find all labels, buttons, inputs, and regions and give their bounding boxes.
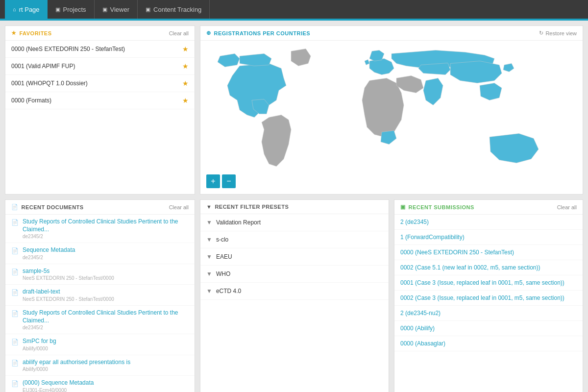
- map-header: ⊕ REGISTRATIONS PER COUNTRIES ↻ Restore …: [200, 26, 583, 41]
- doc-file-icon: 📄: [11, 219, 19, 226]
- favorite-star-icon: ★: [182, 62, 189, 70]
- list-item[interactable]: 0000 (NeeS EXTEDORIN 250 - StefanTest): [394, 245, 583, 260]
- submissions-header: ▣ RECENT SUBMISSIONS Clear all: [394, 200, 583, 215]
- favorites-list: 0000 (NeeS EXTEDORIN 250 - StefanTest) ★…: [5, 41, 195, 194]
- submissions-icon: ▣: [400, 204, 406, 210]
- list-item[interactable]: ▼ EAEU: [200, 248, 389, 266]
- map-panel: ⊕ REGISTRATIONS PER COUNTRIES ↻ Restore …: [200, 25, 583, 195]
- filter-list: ▼ Validation Report ▼ s-clo ▼ EAEU ▼ WHO…: [200, 214, 389, 392]
- doc-file-icon: 📄: [11, 360, 19, 367]
- list-item[interactable]: 0001 (Valid APIMF FUP) ★: [5, 58, 195, 75]
- list-item[interactable]: 0001 (WHOPQT 1.0 Dossier) ★: [5, 75, 195, 92]
- list-item[interactable]: ▼ eCTD 4.0: [200, 283, 389, 300]
- star-icon: ★: [11, 30, 17, 36]
- submission-list: 2 (de2345) 1 (ForwardCompatibility) 0000…: [394, 215, 583, 392]
- list-item[interactable]: 📄 Sequence Metadata de2345/2: [5, 243, 195, 264]
- bottom-row: 📄 RECENT DOCUMENTS Clear all 📄 Study Rep…: [5, 199, 583, 392]
- doc-file-icon: 📄: [11, 269, 19, 275]
- list-item[interactable]: 1 (ForwardCompatibility): [394, 230, 583, 245]
- doc-file-icon: 📄: [11, 339, 19, 345]
- filter-title: ▼ RECENT FILTER PRESETS: [206, 204, 289, 210]
- submissions-title: ▣ RECENT SUBMISSIONS: [400, 204, 474, 210]
- refresh-icon: ↻: [539, 30, 543, 36]
- favorites-header: ★ FAVORITES Clear all: [5, 26, 195, 41]
- recent-docs-clear-button[interactable]: Clear all: [169, 204, 189, 210]
- list-item[interactable]: 0000 (Abilify): [394, 321, 583, 336]
- list-item[interactable]: 0000 (Abasaglar): [394, 336, 583, 351]
- doc-file-icon: 📄: [11, 380, 19, 387]
- map-title: ⊕ REGISTRATIONS PER COUNTRIES: [206, 30, 310, 36]
- document-icon: 📄: [11, 204, 19, 210]
- list-item[interactable]: 0000 (Formats) ★: [5, 92, 195, 109]
- filter-preset-icon: ▼: [206, 219, 212, 226]
- list-item[interactable]: 📄 draft-label-text NeeS EXTEDORIN 250 - …: [5, 285, 195, 306]
- doc-file-icon: 📄: [11, 247, 19, 254]
- filter-header: ▼ RECENT FILTER PRESETS: [200, 200, 389, 214]
- home-icon: ⌂: [13, 6, 16, 12]
- list-item[interactable]: 📄 abilify epar all authorised presentati…: [5, 355, 195, 376]
- map-container[interactable]: + −: [200, 41, 583, 194]
- zoom-out-button[interactable]: −: [222, 174, 236, 188]
- doc-file-icon: 📄: [11, 289, 19, 296]
- list-item[interactable]: 📄 Study Reports of Controlled Clinical S…: [5, 306, 195, 334]
- recent-filter-panel: ▼ RECENT FILTER PRESETS ▼ Validation Rep…: [200, 199, 389, 392]
- map-controls: + −: [206, 174, 236, 188]
- nav-projects[interactable]: ▣ Projects: [48, 0, 95, 19]
- favorites-title: ★ FAVORITES: [11, 30, 52, 36]
- main-content: ★ FAVORITES Clear all 0000 (NeeS EXTEDOR…: [0, 21, 588, 392]
- list-item[interactable]: 📄 sample-5s NeeS EXTEDORIN 250 - StefanT…: [5, 264, 195, 285]
- projects-icon: ▣: [55, 6, 60, 13]
- list-item[interactable]: 2 (de2345-nu2): [394, 306, 583, 321]
- recent-documents-panel: 📄 RECENT DOCUMENTS Clear all 📄 Study Rep…: [5, 199, 195, 392]
- favorite-star-icon: ★: [182, 97, 189, 104]
- list-item[interactable]: 📄 (0000) Sequence Metadata EU301-Ecm40/0…: [5, 376, 195, 392]
- list-item[interactable]: 📄 SmPC for bg Abilify/0000: [5, 334, 195, 355]
- list-item[interactable]: 0001 (Case 3 (Issue, replaced leaf in 00…: [394, 275, 583, 291]
- recent-submissions-panel: ▣ RECENT SUBMISSIONS Clear all 2 (de2345…: [394, 199, 583, 392]
- recent-docs-title: 📄 RECENT DOCUMENTS: [11, 204, 84, 210]
- globe-icon: ⊕: [206, 30, 211, 36]
- filter-preset-icon: ▼: [206, 236, 212, 243]
- filter-icon: ▼: [206, 204, 212, 210]
- list-item[interactable]: ▼ Validation Report: [200, 214, 389, 231]
- filter-preset-icon: ▼: [206, 253, 212, 260]
- list-item[interactable]: 0002 (Case 3 (Issue, replaced leaf in 00…: [394, 291, 583, 306]
- top-navigation: ⌂ rt Page ▣ Projects ▣ Viewer ▣ Content …: [0, 0, 588, 19]
- doc-file-icon: 📄: [11, 310, 19, 317]
- list-item[interactable]: ▼ s-clo: [200, 231, 389, 248]
- world-map-svg: [200, 41, 583, 194]
- filter-preset-icon: ▼: [206, 288, 212, 294]
- list-item[interactable]: 0002 (Case 5.1 (new leaf in 0002, m5, sa…: [394, 260, 583, 275]
- top-row: ★ FAVORITES Clear all 0000 (NeeS EXTEDOR…: [5, 25, 583, 195]
- filter-preset-icon: ▼: [206, 270, 212, 277]
- list-item[interactable]: 0000 (NeeS EXTEDORIN 250 - StefanTest) ★: [5, 41, 195, 58]
- nav-start-page[interactable]: ⌂ rt Page: [5, 0, 48, 19]
- favorites-clear-button[interactable]: Clear all: [169, 30, 189, 36]
- document-list: 📄 Study Reports of Controlled Clinical S…: [5, 215, 195, 392]
- viewer-icon: ▣: [102, 6, 107, 13]
- favorite-star-icon: ★: [182, 45, 189, 53]
- content-tracking-icon: ▣: [146, 6, 150, 13]
- nav-viewer[interactable]: ▣ Viewer: [95, 0, 138, 19]
- list-item[interactable]: ▼ WHO: [200, 266, 389, 283]
- list-item[interactable]: 2 (de2345): [394, 215, 583, 230]
- recent-docs-header: 📄 RECENT DOCUMENTS Clear all: [5, 200, 195, 215]
- restore-view-button[interactable]: ↻ Restore view: [539, 30, 577, 36]
- nav-content-tracking[interactable]: ▣ Content Tracking: [138, 0, 210, 19]
- favorites-panel: ★ FAVORITES Clear all 0000 (NeeS EXTEDOR…: [5, 25, 195, 195]
- zoom-in-button[interactable]: +: [206, 174, 220, 188]
- list-item[interactable]: 📄 Study Reports of Controlled Clinical S…: [5, 215, 195, 243]
- submissions-clear-button[interactable]: Clear all: [557, 204, 577, 210]
- favorite-star-icon: ★: [182, 79, 189, 87]
